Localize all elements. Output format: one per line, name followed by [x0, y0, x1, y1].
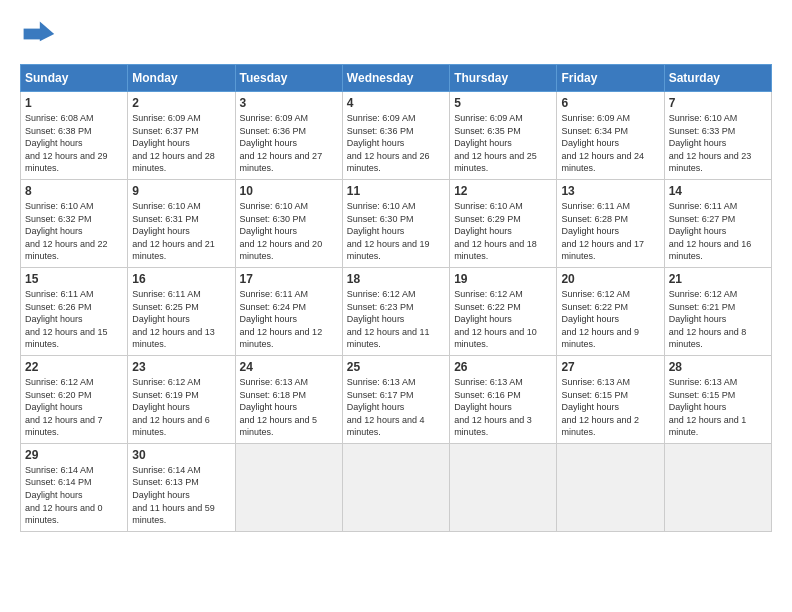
day-number: 14	[669, 184, 767, 198]
day-cell: 20Sunrise: 6:12 AMSunset: 6:22 PMDayligh…	[557, 267, 664, 355]
day-cell: 29Sunrise: 6:14 AMSunset: 6:14 PMDayligh…	[21, 443, 128, 531]
day-cell: 14Sunrise: 6:11 AMSunset: 6:27 PMDayligh…	[664, 179, 771, 267]
day-info: Sunrise: 6:13 AMSunset: 6:17 PMDaylight …	[347, 376, 445, 439]
svg-rect-1	[24, 29, 42, 40]
day-info: Sunrise: 6:12 AMSunset: 6:19 PMDaylight …	[132, 376, 230, 439]
day-info: Sunrise: 6:10 AMSunset: 6:33 PMDaylight …	[669, 112, 767, 175]
logo	[20, 16, 60, 52]
week-row-3: 15Sunrise: 6:11 AMSunset: 6:26 PMDayligh…	[21, 267, 772, 355]
day-number: 4	[347, 96, 445, 110]
day-info: Sunrise: 6:08 AMSunset: 6:38 PMDaylight …	[25, 112, 123, 175]
day-cell: 22Sunrise: 6:12 AMSunset: 6:20 PMDayligh…	[21, 355, 128, 443]
week-row-2: 8Sunrise: 6:10 AMSunset: 6:32 PMDaylight…	[21, 179, 772, 267]
day-info: Sunrise: 6:13 AMSunset: 6:16 PMDaylight …	[454, 376, 552, 439]
day-number: 12	[454, 184, 552, 198]
weekday-header-saturday: Saturday	[664, 65, 771, 92]
day-cell	[557, 443, 664, 531]
day-number: 8	[25, 184, 123, 198]
day-info: Sunrise: 6:10 AMSunset: 6:32 PMDaylight …	[25, 200, 123, 263]
day-cell: 24Sunrise: 6:13 AMSunset: 6:18 PMDayligh…	[235, 355, 342, 443]
day-cell: 8Sunrise: 6:10 AMSunset: 6:32 PMDaylight…	[21, 179, 128, 267]
day-info: Sunrise: 6:10 AMSunset: 6:30 PMDaylight …	[347, 200, 445, 263]
day-number: 26	[454, 360, 552, 374]
day-info: Sunrise: 6:11 AMSunset: 6:28 PMDaylight …	[561, 200, 659, 263]
day-number: 9	[132, 184, 230, 198]
day-info: Sunrise: 6:09 AMSunset: 6:36 PMDaylight …	[240, 112, 338, 175]
weekday-header-thursday: Thursday	[450, 65, 557, 92]
day-info: Sunrise: 6:12 AMSunset: 6:22 PMDaylight …	[454, 288, 552, 351]
day-info: Sunrise: 6:09 AMSunset: 6:34 PMDaylight …	[561, 112, 659, 175]
day-number: 3	[240, 96, 338, 110]
day-cell: 16Sunrise: 6:11 AMSunset: 6:25 PMDayligh…	[128, 267, 235, 355]
day-cell	[342, 443, 449, 531]
day-number: 29	[25, 448, 123, 462]
day-cell: 30Sunrise: 6:14 AMSunset: 6:13 PMDayligh…	[128, 443, 235, 531]
day-cell: 10Sunrise: 6:10 AMSunset: 6:30 PMDayligh…	[235, 179, 342, 267]
day-cell: 1Sunrise: 6:08 AMSunset: 6:38 PMDaylight…	[21, 92, 128, 180]
weekday-header-row: SundayMondayTuesdayWednesdayThursdayFrid…	[21, 65, 772, 92]
day-cell: 4Sunrise: 6:09 AMSunset: 6:36 PMDaylight…	[342, 92, 449, 180]
day-cell: 23Sunrise: 6:12 AMSunset: 6:19 PMDayligh…	[128, 355, 235, 443]
day-info: Sunrise: 6:11 AMSunset: 6:24 PMDaylight …	[240, 288, 338, 351]
day-info: Sunrise: 6:13 AMSunset: 6:15 PMDaylight …	[669, 376, 767, 439]
day-info: Sunrise: 6:12 AMSunset: 6:23 PMDaylight …	[347, 288, 445, 351]
day-info: Sunrise: 6:12 AMSunset: 6:22 PMDaylight …	[561, 288, 659, 351]
week-row-5: 29Sunrise: 6:14 AMSunset: 6:14 PMDayligh…	[21, 443, 772, 531]
day-info: Sunrise: 6:10 AMSunset: 6:31 PMDaylight …	[132, 200, 230, 263]
day-cell: 26Sunrise: 6:13 AMSunset: 6:16 PMDayligh…	[450, 355, 557, 443]
svg-marker-0	[40, 21, 54, 41]
day-info: Sunrise: 6:13 AMSunset: 6:18 PMDaylight …	[240, 376, 338, 439]
weekday-header-monday: Monday	[128, 65, 235, 92]
weekday-header-sunday: Sunday	[21, 65, 128, 92]
day-info: Sunrise: 6:10 AMSunset: 6:30 PMDaylight …	[240, 200, 338, 263]
day-cell: 17Sunrise: 6:11 AMSunset: 6:24 PMDayligh…	[235, 267, 342, 355]
logo-icon	[20, 16, 56, 52]
day-cell: 18Sunrise: 6:12 AMSunset: 6:23 PMDayligh…	[342, 267, 449, 355]
day-cell	[664, 443, 771, 531]
day-number: 20	[561, 272, 659, 286]
day-number: 7	[669, 96, 767, 110]
day-number: 10	[240, 184, 338, 198]
day-number: 11	[347, 184, 445, 198]
day-info: Sunrise: 6:11 AMSunset: 6:25 PMDaylight …	[132, 288, 230, 351]
day-cell: 21Sunrise: 6:12 AMSunset: 6:21 PMDayligh…	[664, 267, 771, 355]
day-number: 15	[25, 272, 123, 286]
day-number: 30	[132, 448, 230, 462]
day-number: 23	[132, 360, 230, 374]
header	[20, 16, 772, 52]
week-row-1: 1Sunrise: 6:08 AMSunset: 6:38 PMDaylight…	[21, 92, 772, 180]
day-cell: 7Sunrise: 6:10 AMSunset: 6:33 PMDaylight…	[664, 92, 771, 180]
weekday-header-friday: Friday	[557, 65, 664, 92]
day-number: 19	[454, 272, 552, 286]
day-cell: 25Sunrise: 6:13 AMSunset: 6:17 PMDayligh…	[342, 355, 449, 443]
day-cell: 12Sunrise: 6:10 AMSunset: 6:29 PMDayligh…	[450, 179, 557, 267]
day-number: 25	[347, 360, 445, 374]
day-info: Sunrise: 6:13 AMSunset: 6:15 PMDaylight …	[561, 376, 659, 439]
day-cell: 2Sunrise: 6:09 AMSunset: 6:37 PMDaylight…	[128, 92, 235, 180]
day-cell: 15Sunrise: 6:11 AMSunset: 6:26 PMDayligh…	[21, 267, 128, 355]
day-cell: 5Sunrise: 6:09 AMSunset: 6:35 PMDaylight…	[450, 92, 557, 180]
day-cell: 6Sunrise: 6:09 AMSunset: 6:34 PMDaylight…	[557, 92, 664, 180]
day-number: 13	[561, 184, 659, 198]
day-info: Sunrise: 6:11 AMSunset: 6:27 PMDaylight …	[669, 200, 767, 263]
day-info: Sunrise: 6:14 AMSunset: 6:13 PMDaylight …	[132, 464, 230, 527]
day-info: Sunrise: 6:12 AMSunset: 6:21 PMDaylight …	[669, 288, 767, 351]
day-cell: 3Sunrise: 6:09 AMSunset: 6:36 PMDaylight…	[235, 92, 342, 180]
day-number: 22	[25, 360, 123, 374]
day-number: 17	[240, 272, 338, 286]
day-number: 6	[561, 96, 659, 110]
day-cell: 9Sunrise: 6:10 AMSunset: 6:31 PMDaylight…	[128, 179, 235, 267]
day-info: Sunrise: 6:11 AMSunset: 6:26 PMDaylight …	[25, 288, 123, 351]
day-number: 1	[25, 96, 123, 110]
day-number: 5	[454, 96, 552, 110]
day-cell	[235, 443, 342, 531]
day-cell: 13Sunrise: 6:11 AMSunset: 6:28 PMDayligh…	[557, 179, 664, 267]
calendar-table: SundayMondayTuesdayWednesdayThursdayFrid…	[20, 64, 772, 532]
day-info: Sunrise: 6:10 AMSunset: 6:29 PMDaylight …	[454, 200, 552, 263]
day-number: 16	[132, 272, 230, 286]
week-row-4: 22Sunrise: 6:12 AMSunset: 6:20 PMDayligh…	[21, 355, 772, 443]
day-number: 24	[240, 360, 338, 374]
day-cell: 28Sunrise: 6:13 AMSunset: 6:15 PMDayligh…	[664, 355, 771, 443]
day-number: 2	[132, 96, 230, 110]
day-info: Sunrise: 6:09 AMSunset: 6:35 PMDaylight …	[454, 112, 552, 175]
